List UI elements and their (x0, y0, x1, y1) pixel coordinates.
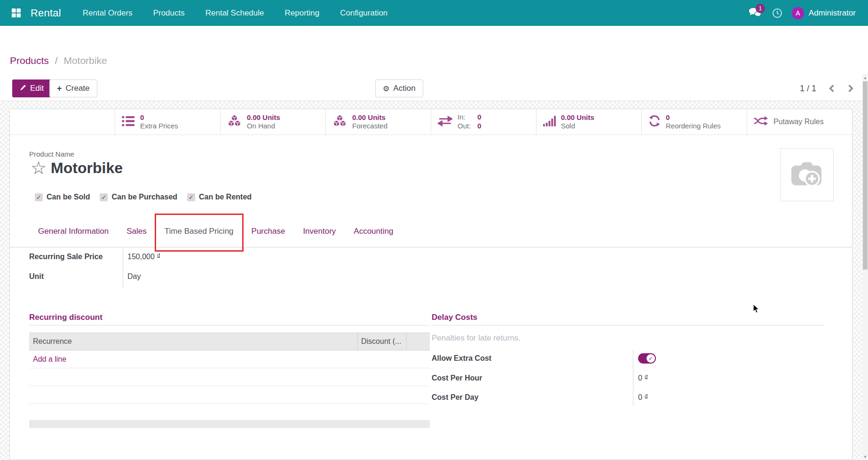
checkbox-checked-icon: ✓ (100, 193, 108, 201)
smart-button-putaway-rules[interactable]: Putaway Rules (747, 109, 852, 135)
scrollbar-up-arrow[interactable]: ▲ (862, 74, 868, 81)
chart-bars-icon (543, 115, 556, 128)
unit-value: Day (127, 272, 141, 281)
delay-costs-separator (633, 350, 633, 406)
shuffle-icon (754, 116, 768, 128)
pencil-icon (20, 84, 26, 93)
tab-general-information[interactable]: General Information (29, 215, 118, 247)
column-header-empty (406, 333, 430, 350)
camera-plus-icon (790, 159, 824, 190)
table-row-empty (29, 386, 430, 404)
list-icon (122, 115, 135, 129)
add-a-line-link[interactable]: Add a line (33, 355, 66, 364)
app-title[interactable]: Rental (31, 7, 61, 19)
breadcrumb-products-link[interactable]: Products (10, 55, 49, 66)
action-button[interactable]: ⚙ Action (375, 79, 423, 97)
rental-app-window: Rental Rental Orders Products Rental Sch… (0, 0, 868, 460)
pager-value: 1 / 1 (800, 84, 816, 94)
pager: 1 / 1 (800, 79, 854, 97)
menu-products[interactable]: Products (153, 8, 185, 18)
capability-checkboxes: ✓ Can be Sold ✓ Can be Purchased ✓ Can b… (35, 193, 252, 201)
delay-costs-placeholder: Penalties for late returns. (432, 333, 521, 343)
cubes-icon (227, 114, 242, 129)
menu-reporting[interactable]: Reporting (284, 8, 319, 18)
user-avatar: A (792, 7, 804, 19)
can-be-rented-checkbox[interactable]: ✓ Can be Rented (187, 193, 252, 201)
smart-button-reordering-rules[interactable]: 0 Reordering Rules (641, 109, 747, 135)
table-header-row: Recurrence Discount (... (29, 333, 430, 350)
vertical-scrollbar[interactable]: ▲ ▼ (862, 74, 868, 460)
table-row-add-line: Add a line (29, 350, 430, 368)
user-menu[interactable]: A Administrator (792, 7, 856, 19)
recurring-sale-price-value: 150,000 ₫ (127, 253, 161, 261)
smart-button-forecasted[interactable]: 0.00 Units Forecasted (325, 109, 431, 135)
user-name: Administrator (809, 8, 856, 18)
gear-icon: ⚙ (383, 84, 389, 93)
field-group-separator (123, 249, 123, 288)
favorite-star-icon[interactable]: ☆ (31, 159, 47, 177)
cost-per-day-value: 0 ₫ (638, 393, 648, 402)
notebook-tabs: General Information Sales Time Based Pri… (10, 215, 852, 247)
product-name: Motorbike (51, 159, 123, 177)
tab-purchase[interactable]: Purchase (243, 215, 294, 247)
menu-rental-orders[interactable]: Rental Orders (83, 8, 133, 18)
scrollbar-down-arrow[interactable]: ▼ (862, 453, 868, 460)
column-header-discount[interactable]: Discount (... (357, 333, 406, 350)
cost-per-hour-label: Cost Per Hour (432, 374, 482, 382)
unit-label: Unit (29, 272, 44, 281)
allow-extra-cost-toggle[interactable]: ✓ (638, 353, 656, 364)
checkbox-checked-icon: ✓ (187, 193, 195, 201)
smart-button-sold[interactable]: 0.00 Units Sold (536, 109, 641, 135)
delay-costs-title: Delay Costs (432, 313, 477, 322)
apps-grid-icon[interactable] (11, 8, 21, 18)
create-button[interactable]: + Create (49, 79, 97, 97)
delay-costs-divider (432, 325, 825, 325)
refresh-icon (648, 115, 661, 129)
breadcrumb: Products / Motorbike (10, 55, 107, 66)
plus-icon: + (57, 84, 62, 94)
breadcrumb-separator: / (55, 55, 58, 66)
messages-icon[interactable]: 1 (749, 7, 763, 19)
transfer-icon (438, 116, 452, 128)
systray: 1 A Administrator (749, 0, 856, 26)
navbar-left: Rental Rental Orders Products Rental Sch… (0, 7, 387, 19)
top-navbar: Rental Rental Orders Products Rental Sch… (0, 0, 868, 26)
recurring-discount-divider (29, 325, 430, 325)
product-title-row: ☆ Motorbike (31, 157, 123, 179)
pager-previous-button[interactable] (829, 84, 835, 93)
recurring-discount-title: Recurring discount (29, 313, 103, 322)
smart-button-in-out[interactable]: In: 0 Out: 0 (431, 109, 536, 135)
messages-badge: 1 (756, 4, 765, 13)
recurring-sale-price-label: Recurring Sale Price (29, 253, 103, 261)
menu-rental-schedule[interactable]: Rental Schedule (205, 8, 264, 18)
main-menu: Rental Orders Products Rental Schedule R… (83, 8, 388, 18)
content-background: 0 Extra Prices 0.00 Units On Hand (0, 101, 868, 460)
table-footer-bar (29, 420, 430, 428)
can-be-sold-checkbox[interactable]: ✓ Can be Sold (35, 193, 90, 201)
product-image-placeholder[interactable] (780, 148, 834, 201)
smart-button-extra-prices[interactable]: 0 Extra Prices (115, 109, 220, 135)
tab-sales[interactable]: Sales (118, 215, 156, 247)
smart-button-row: 0 Extra Prices 0.00 Units On Hand (10, 109, 852, 135)
breadcrumb-current: Motorbike (63, 55, 107, 66)
smart-button-on-hand[interactable]: 0.00 Units On Hand (220, 109, 325, 135)
recurring-discount-table: Recurrence Discount (... Add a line (29, 333, 430, 404)
tab-accounting[interactable]: Accounting (345, 215, 402, 247)
edit-button[interactable]: Edit (12, 79, 51, 97)
control-panel: Products / Motorbike Edit + Create ⚙ Act… (0, 26, 868, 101)
pager-next-button[interactable] (847, 84, 854, 93)
can-be-purchased-checkbox[interactable]: ✓ Can be Purchased (100, 193, 177, 201)
cost-per-hour-value: 0 ₫ (638, 374, 648, 382)
scrollbar-thumb[interactable] (863, 81, 868, 270)
activities-clock-icon[interactable] (772, 8, 782, 18)
cubes-icon (332, 114, 347, 129)
column-header-recurrence[interactable]: Recurrence (29, 337, 357, 346)
checkbox-checked-icon: ✓ (35, 193, 43, 201)
toggle-check-icon: ✓ (647, 354, 655, 363)
tab-time-based-pricing[interactable]: Time Based Pricing (156, 215, 243, 247)
tab-inventory[interactable]: Inventory (294, 215, 345, 247)
table-row-empty (29, 368, 430, 386)
allow-extra-cost-label: Allow Extra Cost (432, 354, 491, 363)
menu-configuration[interactable]: Configuration (340, 8, 387, 18)
form-sheet: 0 Extra Prices 0.00 Units On Hand (9, 109, 852, 460)
